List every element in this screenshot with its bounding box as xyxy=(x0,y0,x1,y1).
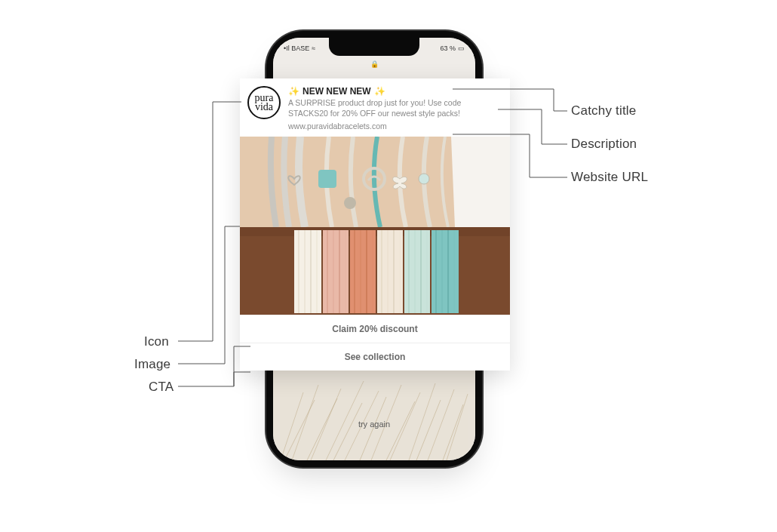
signal-carrier: •Il BASE xyxy=(284,45,309,52)
phone-notch xyxy=(329,38,419,56)
callout-label-cta: CTA xyxy=(149,380,174,395)
stack-cream xyxy=(377,230,403,313)
callout-label-url: Website URL xyxy=(571,170,648,185)
notification-title: ✨ NEW NEW NEW ✨ xyxy=(288,86,501,97)
stack-white xyxy=(294,230,321,313)
sparkle-icon: ✨ xyxy=(288,86,299,97)
cta-secondary-button[interactable]: See collection xyxy=(240,343,510,371)
stack-mint xyxy=(404,230,430,313)
cta-primary-button[interactable]: Claim 20% discount xyxy=(240,315,510,343)
callout-label-icon: Icon xyxy=(144,334,169,349)
brand-line2: vida xyxy=(255,103,273,112)
stack-turquoise xyxy=(431,230,459,313)
svg-point-21 xyxy=(344,197,356,209)
stack-pink xyxy=(323,230,349,313)
notification-url: www.puravidabracelets.com xyxy=(288,121,501,131)
svg-rect-20 xyxy=(318,170,336,188)
callout-label-image: Image xyxy=(134,357,170,372)
notification-image xyxy=(240,137,510,315)
callout-label-description: Description xyxy=(571,137,637,152)
push-notification-card: pura vida ✨ NEW NEW NEW ✨ A SURPRISE pro… xyxy=(240,78,510,371)
wifi-icon: ≈ xyxy=(312,45,315,52)
header-text: ✨ NEW NEW NEW ✨ A SURPRISE product drop … xyxy=(288,86,501,131)
notification-description: A SURPRISE product drop just for you! Us… xyxy=(288,98,501,118)
sparkle-icon: ✨ xyxy=(374,86,385,97)
brand-icon: pura vida xyxy=(247,86,281,119)
battery-icon: ▭ xyxy=(458,45,465,52)
svg-point-23 xyxy=(419,174,429,184)
title-text: NEW NEW NEW xyxy=(303,86,371,97)
stack-coral xyxy=(350,230,376,313)
card-header: pura vida ✨ NEW NEW NEW ✨ A SURPRISE pro… xyxy=(240,78,510,137)
callout-label-title: Catchy title xyxy=(571,103,637,118)
phone-try-again-text: try again xyxy=(273,420,475,429)
lock-icon: 🔒 xyxy=(370,60,379,68)
battery-text: 63 % xyxy=(440,45,456,52)
